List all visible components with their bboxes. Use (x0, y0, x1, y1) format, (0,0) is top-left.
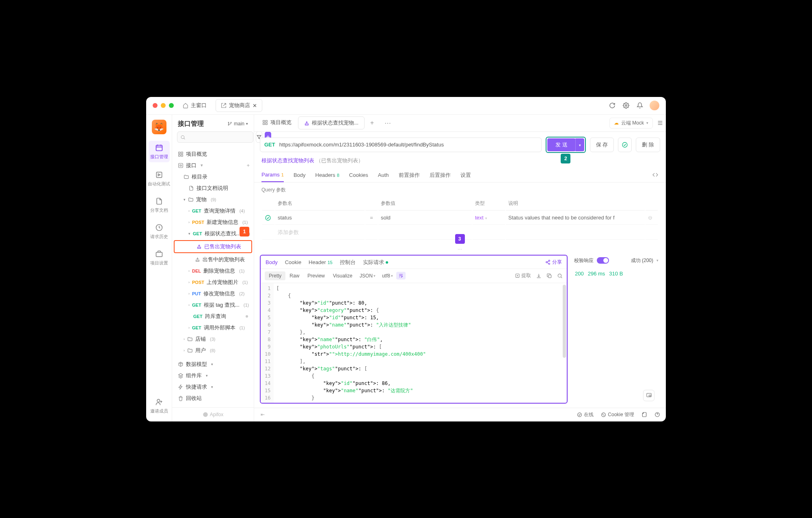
share-label: 分享 (552, 259, 562, 266)
environment-selector[interactable]: ☁ 云端 Mock ▾ (609, 118, 653, 129)
notification-icon[interactable] (636, 101, 644, 110)
main-window-tab[interactable]: 主窗口 (178, 99, 212, 112)
rail-project-settings[interactable]: 项目设置 (149, 248, 170, 268)
tree-api-item[interactable]: ›GET查询宠物详情(4) (172, 205, 254, 217)
tab-active-api[interactable]: 根据状态查找宠物... (298, 116, 365, 129)
rail-share-docs[interactable]: 分享文档 (149, 195, 170, 215)
tree-api-item[interactable]: ›POST新建宠物信息(1) (172, 217, 254, 228)
resp-tab-cookie[interactable]: Cookie (285, 259, 301, 265)
picture-in-picture-icon[interactable] (643, 390, 654, 401)
extract-button[interactable]: 提取 (515, 272, 531, 279)
rail-history[interactable]: 请求历史 (149, 221, 170, 241)
tools-icon[interactable] (641, 412, 647, 417)
subtab-body[interactable]: Body (294, 168, 306, 182)
more-tabs-icon[interactable]: ⋯ (380, 119, 396, 127)
collapse-sidebar-icon[interactable]: ⇤ (261, 412, 265, 417)
param-row[interactable]: status = sold text ▾ Status values that … (262, 211, 658, 225)
rail-invite[interactable]: 邀请成员 (149, 396, 170, 416)
online-status[interactable]: 在线 (577, 411, 594, 418)
tree-project-overview[interactable]: 项目概览 (172, 148, 254, 160)
subtab-cookies[interactable]: Cookies (349, 168, 368, 182)
minimize-window-icon[interactable] (161, 103, 166, 108)
tree-data-model[interactable]: 数据模型▾ (172, 359, 254, 370)
app-logo-icon[interactable]: 🦊 (152, 120, 166, 134)
param-enabled-icon[interactable] (262, 211, 274, 225)
tree-root-dir[interactable]: 根目录 (172, 171, 254, 183)
response-divider[interactable]: 3 ⋯ (254, 245, 666, 255)
tree-trash[interactable]: 回收站 (172, 393, 254, 404)
encoding-selector[interactable]: utf8▾ (379, 271, 396, 280)
scrollbar[interactable] (563, 285, 566, 358)
close-window-icon[interactable] (153, 103, 158, 108)
format-selector[interactable]: JSON▾ (356, 271, 379, 280)
view-pretty[interactable]: Pretty (265, 271, 285, 280)
wrap-lines-icon[interactable] (396, 272, 406, 279)
tree-quick-request[interactable]: 快捷请求▾ (172, 381, 254, 393)
tree-api-root[interactable]: 接口▾+ (172, 160, 254, 171)
subtab-settings[interactable]: 设置 (460, 168, 471, 182)
add-item-icon[interactable]: + (246, 162, 250, 168)
tree-api-item[interactable]: GET跨库查询 (172, 311, 254, 322)
code-snippet-icon[interactable] (652, 168, 659, 182)
param-value[interactable]: sold (378, 211, 472, 225)
param-type[interactable]: text ▾ (473, 211, 505, 225)
copy-icon[interactable] (546, 273, 552, 279)
success-label[interactable]: 成功 (200) (631, 257, 653, 264)
send-button[interactable]: 发 送 (547, 138, 576, 151)
search-code-icon[interactable] (557, 273, 563, 279)
send-dropdown-button[interactable]: ▾ (575, 138, 584, 151)
verify-toggle[interactable] (597, 257, 609, 264)
tree-case-sold[interactable]: 已售出宠物列表 (174, 240, 252, 253)
project-tab[interactable]: 宠物商店 ✕ (216, 99, 262, 112)
settings-icon[interactable] (622, 101, 630, 110)
resp-tab-header[interactable]: Header15 (309, 259, 333, 265)
param-desc[interactable]: Status values that need to be considered… (506, 211, 645, 225)
add-tab-button[interactable]: + (365, 119, 379, 127)
response-code-view[interactable]: 123456789101112131415161718 [ { "key">"i… (261, 283, 567, 403)
tree-user-folder[interactable]: ›用户(8) (172, 345, 254, 356)
branch-selector[interactable]: main ▾ (227, 121, 248, 127)
rail-automation[interactable]: 自动化测试 (146, 169, 172, 189)
share-response-button[interactable]: 分享 (545, 259, 562, 266)
param-name[interactable]: status (275, 211, 365, 225)
tab-project-overview[interactable]: 项目概览 (257, 116, 297, 129)
tree-doc-item[interactable]: 接口文档说明 (172, 183, 254, 194)
save-button[interactable]: 保 存 (590, 138, 614, 152)
close-tab-icon[interactable]: ✕ (253, 103, 257, 109)
subtab-pre-script[interactable]: 前置操作 (399, 168, 420, 182)
tree-shop-folder[interactable]: ›店铺(3) (172, 333, 254, 345)
delete-button[interactable]: 删 除 (636, 138, 660, 152)
remove-param-icon[interactable]: ⊖ (646, 211, 658, 225)
breadcrumb-api[interactable]: 根据状态查找宠物列表 (261, 157, 314, 163)
tree-api-item[interactable]: ›PUT修改宠物信息(2) (172, 288, 254, 299)
layout-toggle-icon[interactable] (657, 120, 663, 126)
download-icon[interactable] (536, 273, 542, 279)
subtab-auth[interactable]: Auth (378, 168, 389, 182)
tree-case-selling[interactable]: 出售中的宠物列表 (172, 254, 254, 265)
view-preview[interactable]: Preview (303, 271, 329, 280)
refresh-icon[interactable] (608, 101, 616, 110)
tree-api-item[interactable]: ›POST上传宠物图片(1) (172, 277, 254, 288)
subtab-headers[interactable]: Headers8 (315, 168, 339, 182)
resp-tab-actual[interactable]: 实际请求 (363, 259, 388, 266)
view-raw[interactable]: Raw (285, 271, 303, 280)
tree-api-item[interactable]: ›GET根据 tag 查找...(1) (172, 299, 254, 311)
subtab-post-script[interactable]: 后置操作 (430, 168, 451, 182)
help-icon[interactable] (654, 412, 660, 417)
subtab-params[interactable]: Params1 (261, 168, 284, 182)
view-visualize[interactable]: Visualize (329, 271, 356, 280)
tree-api-item[interactable]: ›DEL删除宠物信息(1) (172, 265, 254, 277)
tree-components[interactable]: 组件库▾ (172, 370, 254, 381)
user-avatar[interactable] (650, 101, 659, 110)
resp-tab-console[interactable]: 控制台 (340, 259, 356, 266)
url-input-box[interactable]: GET https://apifoxmock.com/m1/2311603-19… (260, 138, 542, 152)
rail-api-management[interactable]: 接口管理 (149, 141, 170, 162)
validate-button[interactable] (618, 138, 632, 152)
add-param-placeholder[interactable]: 添加参数 (275, 226, 365, 240)
maximize-window-icon[interactable] (169, 103, 174, 108)
resp-tab-body[interactable]: Body (266, 259, 278, 265)
cookie-management[interactable]: Cookie 管理 (601, 411, 634, 418)
tree-api-item[interactable]: ›GET调用外部脚本(1) (172, 322, 254, 333)
search-input[interactable] (177, 131, 253, 143)
tree-pet-folder[interactable]: ▾宠物(9) (172, 194, 254, 205)
